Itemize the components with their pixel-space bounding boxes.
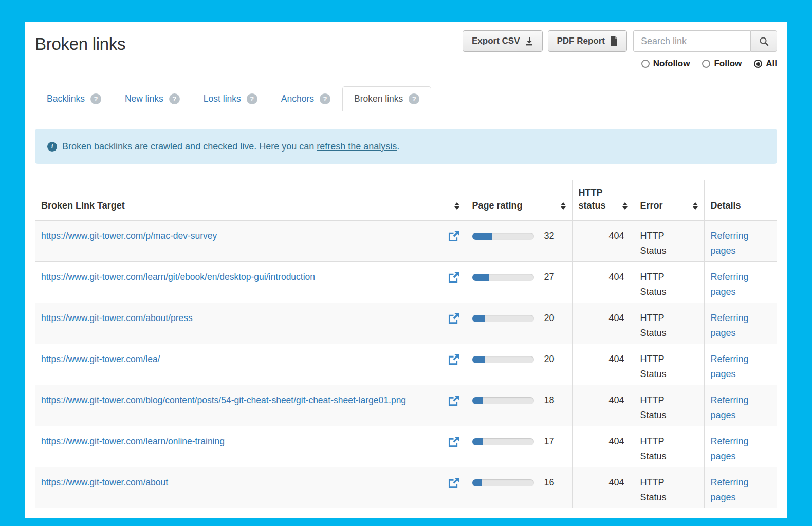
external-link-icon[interactable] (448, 434, 459, 449)
page-rating-value: 32 (534, 229, 555, 243)
help-icon[interactable]: ? (409, 93, 419, 104)
file-icon (610, 36, 618, 46)
referring-pages-link[interactable]: Referring pages (711, 354, 749, 379)
table-row: https://www.git-tower.com/learn/git/eboo… (35, 262, 777, 303)
details-cell: Referring pages (704, 262, 777, 303)
referring-pages-link[interactable]: Referring pages (711, 231, 749, 256)
help-icon[interactable]: ? (169, 93, 180, 104)
http-status-cell: 404 (572, 467, 634, 509)
tab-label: Lost links (204, 93, 241, 104)
filter-nofollow[interactable]: Nofollow (641, 59, 690, 69)
tab-lost-links[interactable]: Lost links ? (192, 86, 269, 111)
page-rating-bar (472, 274, 534, 281)
column-header-broken-link-target[interactable]: Broken Link Target (35, 180, 466, 221)
filter-follow[interactable]: Follow (702, 59, 742, 69)
follow-filter-group: Nofollow Follow All (641, 59, 777, 69)
column-label: Details (711, 199, 741, 212)
banner-text-after: . (397, 141, 399, 152)
referring-pages-link[interactable]: Referring pages (711, 477, 749, 502)
details-cell: Referring pages (704, 467, 777, 509)
page-rating-cell: 20 (466, 303, 572, 344)
external-link-icon[interactable] (448, 311, 459, 326)
broken-link-target-cell: https://www.git-tower.com/p/mac-dev-surv… (35, 221, 466, 262)
tab-broken-links[interactable]: Broken links ? (342, 86, 431, 111)
search-icon (759, 36, 769, 46)
error-cell: HTTP Status (634, 262, 704, 303)
sort-icon (454, 202, 459, 210)
external-link-icon[interactable] (448, 475, 459, 490)
column-header-page-rating[interactable]: Page rating (466, 180, 572, 221)
referring-pages-link[interactable]: Referring pages (711, 272, 749, 297)
tab-backlinks[interactable]: Backlinks ? (35, 86, 113, 111)
banner-text: Broken backlinks are crawled and checked… (62, 140, 399, 153)
broken-link-url[interactable]: https://www.git-tower.com/about (41, 475, 168, 490)
broken-link-url[interactable]: https://www.git-tower.com/lea/ (41, 352, 160, 367)
broken-link-target-cell: https://www.git-tower.com/about/press (35, 303, 466, 344)
referring-pages-link[interactable]: Referring pages (711, 313, 749, 338)
page-rating-value: 17 (534, 434, 555, 449)
page-rating-bar (472, 233, 534, 240)
external-link-icon[interactable] (448, 393, 459, 408)
export-csv-button[interactable]: Export CSV (463, 30, 543, 52)
column-header-details: Details (704, 180, 777, 221)
table-body: https://www.git-tower.com/p/mac-dev-surv… (35, 221, 777, 509)
sort-icon (622, 202, 628, 210)
search-button[interactable] (750, 30, 777, 52)
table-row: https://www.git-tower.com/learn/online-t… (35, 426, 777, 467)
page-rating-cell: 32 (466, 221, 572, 262)
http-status-cell: 404 (572, 221, 634, 262)
broken-link-target-cell: https://www.git-tower.com/learn/git/eboo… (35, 262, 466, 303)
http-status-cell: 404 (572, 303, 634, 344)
table-row: https://www.git-tower.com/about/press 20… (35, 303, 777, 344)
info-icon: i (47, 142, 57, 152)
page-rating-cell: 27 (466, 262, 572, 303)
http-status-cell: 404 (572, 385, 634, 426)
http-status-cell: 404 (572, 344, 634, 385)
table-header-row: Broken Link Target Page rating HTTP stat… (35, 180, 777, 221)
page-rating-value: 20 (534, 311, 555, 326)
page-rating-value: 18 (534, 393, 555, 408)
export-csv-label: Export CSV (472, 36, 520, 46)
table-row: https://www.git-tower.com/about 16 404 H… (35, 467, 777, 509)
broken-link-target-cell: https://www.git-tower.com/blog/content/p… (35, 385, 466, 426)
tab-anchors[interactable]: Anchors ? (269, 86, 342, 111)
broken-link-url[interactable]: https://www.git-tower.com/blog/content/p… (41, 393, 406, 408)
tab-label: Backlinks (47, 93, 85, 104)
search-input[interactable] (633, 30, 750, 52)
http-status-cell: 404 (572, 262, 634, 303)
filter-nofollow-label: Nofollow (653, 59, 690, 69)
filter-all[interactable]: All (754, 59, 777, 69)
external-link-icon[interactable] (448, 270, 459, 285)
help-icon[interactable]: ? (247, 93, 257, 104)
broken-link-url[interactable]: https://www.git-tower.com/learn/online-t… (41, 434, 225, 449)
page-rating-value: 20 (534, 352, 555, 367)
help-icon[interactable]: ? (90, 93, 101, 104)
pdf-report-label: PDF Report (557, 36, 605, 46)
referring-pages-link[interactable]: Referring pages (711, 436, 749, 461)
page-header: Broken links Export CSV PDF Report (35, 30, 777, 69)
external-link-icon[interactable] (448, 229, 459, 243)
refresh-analysis-link[interactable]: refresh the analysis (317, 141, 397, 152)
broken-link-url[interactable]: https://www.git-tower.com/about/press (41, 311, 193, 326)
column-header-http-status[interactable]: HTTP status (572, 180, 634, 221)
page-rating-bar-fill (472, 479, 482, 486)
broken-link-url[interactable]: https://www.git-tower.com/learn/git/eboo… (41, 270, 315, 285)
column-header-error[interactable]: Error (634, 180, 704, 221)
broken-link-url[interactable]: https://www.git-tower.com/p/mac-dev-surv… (41, 229, 217, 243)
http-status-cell: 404 (572, 426, 634, 467)
page-rating-cell: 18 (466, 385, 572, 426)
tab-label: Anchors (281, 93, 314, 104)
tab-new-links[interactable]: New links ? (113, 86, 192, 111)
page-rating-value: 16 (534, 475, 555, 490)
pdf-report-button[interactable]: PDF Report (548, 30, 628, 52)
referring-pages-link[interactable]: Referring pages (711, 395, 749, 420)
details-cell: Referring pages (704, 344, 777, 385)
filter-all-label: All (766, 59, 777, 69)
help-icon[interactable]: ? (320, 93, 330, 104)
radio-icon (702, 60, 710, 68)
external-link-icon[interactable] (448, 352, 459, 367)
broken-links-table: Broken Link Target Page rating HTTP stat… (35, 180, 777, 508)
broken-link-target-cell: https://www.git-tower.com/lea/ (35, 344, 466, 385)
table-row: https://www.git-tower.com/p/mac-dev-surv… (35, 221, 777, 262)
error-cell: HTTP Status (634, 344, 704, 385)
